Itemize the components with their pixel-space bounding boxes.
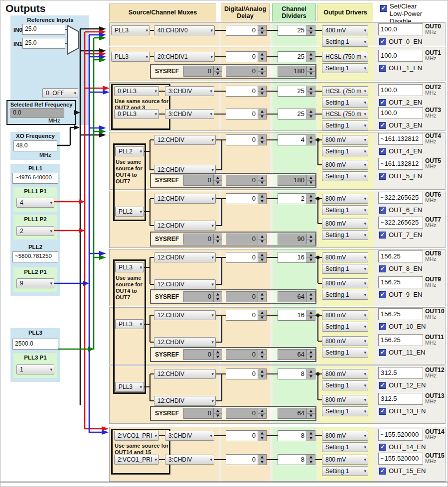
out8-en-checkbox[interactable]	[379, 265, 386, 272]
out5-setting-select[interactable]: Setting 1	[322, 171, 368, 181]
out7-en-checkbox[interactable]	[379, 232, 386, 239]
out2-setting-select[interactable]: Setting 1	[322, 98, 368, 108]
out12-delay-spinner[interactable]: 0	[226, 368, 267, 379]
ref-mux-select[interactable]: 0: OFF	[42, 88, 78, 98]
out13-chdiv-select[interactable]: 12:CHDIV	[154, 396, 216, 406]
out2-freq-field[interactable]: 100.0	[378, 84, 423, 96]
pll3-freq-field[interactable]: 2500.0	[12, 339, 58, 350]
out12-setting-select[interactable]: Setting 1	[322, 380, 368, 390]
out5-en-checkbox[interactable]	[379, 173, 386, 180]
out14-source-select[interactable]: 2:VCO1_PRI	[114, 431, 159, 441]
out0-delay-spinner[interactable]: 0	[226, 25, 267, 36]
out14-freq-field[interactable]: ~155.520000	[378, 429, 423, 441]
spinner-down-icon[interactable]	[307, 258, 315, 263]
out3-chdiv-select[interactable]: 3:CHDIV	[165, 109, 214, 119]
out4-driver-select[interactable]: 800 mV	[322, 135, 368, 145]
out3-source-select[interactable]: 0:PLL3	[114, 109, 159, 119]
spinner-down-icon[interactable]	[307, 140, 315, 145]
spinner-up-icon[interactable]	[258, 252, 266, 258]
pll1-p2-select[interactable]: 2	[16, 226, 54, 236]
out2-en-checkbox[interactable]	[379, 99, 386, 106]
out10-sysref-b-spinner[interactable]: 0	[226, 349, 267, 360]
out2-chdiv-select[interactable]: 3:CHDIV	[165, 86, 214, 96]
out6-delay-spinner[interactable]: 0	[226, 193, 267, 204]
out10-delay-spinner[interactable]: 0	[226, 310, 267, 321]
spinner-down-icon[interactable]	[307, 297, 315, 302]
spinner-down-icon[interactable]	[258, 258, 266, 263]
out1-freq-field[interactable]: 100.0	[378, 50, 423, 62]
spinner-up-icon[interactable]	[214, 234, 222, 240]
out13-freq-field[interactable]: 312.5	[378, 393, 423, 405]
spinner-down-icon[interactable]	[258, 316, 266, 321]
out4-sysref-c-spinner[interactable]: 180	[278, 175, 315, 186]
out15-freq-field[interactable]: ~155.520000	[378, 453, 423, 465]
out8-setting-select[interactable]: Setting 1	[322, 264, 368, 274]
spinner-up-icon[interactable]	[307, 292, 315, 297]
out4-sysref-a-spinner[interactable]: 0	[183, 175, 222, 186]
out3-en-checkbox[interactable]	[379, 122, 386, 129]
spinner-down-icon[interactable]	[307, 31, 315, 36]
out9-en-checkbox[interactable]	[379, 291, 386, 298]
spinner-up-icon[interactable]	[307, 52, 315, 57]
in1-field[interactable]: 25.0	[22, 38, 65, 49]
out8-driver-select[interactable]: 800 mV	[322, 252, 368, 262]
out10-setting-select[interactable]: Setting 1	[322, 322, 368, 332]
spinner-down-icon[interactable]	[307, 460, 315, 465]
spinner-down-icon[interactable]	[307, 72, 315, 77]
spinner-up-icon[interactable]	[258, 25, 266, 31]
out13-driver-select[interactable]: 800 mV	[322, 395, 368, 405]
out10-driver-select[interactable]: 800 mV	[322, 310, 368, 320]
out0-driver-select[interactable]: 400 mV	[322, 25, 368, 35]
spinner-up-icon[interactable]	[258, 175, 266, 181]
out6-divider-spinner[interactable]: 2	[278, 193, 315, 204]
spinner-down-icon[interactable]	[307, 57, 315, 62]
out2-source-select[interactable]: 0:PLL3	[114, 86, 159, 96]
spinner-up-icon[interactable]	[258, 109, 266, 115]
out1-sysref-c-spinner[interactable]: 180	[278, 66, 315, 77]
spinner-up-icon[interactable]	[307, 234, 315, 240]
out14-en-checkbox[interactable]	[379, 444, 386, 451]
out0-chdiv-select[interactable]: 40:CHDIV0	[154, 25, 215, 35]
out10-en-checkbox[interactable]	[379, 323, 386, 330]
spinner-up-icon[interactable]	[307, 175, 315, 181]
out1-delay-spinner[interactable]: 0	[226, 51, 267, 62]
out6-freq-field[interactable]: ~322.265625	[378, 192, 423, 204]
out3-divider-spinner[interactable]: 25	[278, 109, 315, 120]
out4-setting-select[interactable]: Setting 1	[322, 146, 368, 156]
out4-en-checkbox[interactable]	[379, 148, 386, 155]
out0-divider-spinner[interactable]: 25	[278, 25, 315, 36]
out1-en-checkbox[interactable]	[379, 65, 386, 72]
spinner-up-icon[interactable]	[258, 292, 266, 297]
spinner-down-icon[interactable]	[258, 31, 266, 36]
out12-sysref-b-spinner[interactable]: 0	[226, 408, 267, 419]
out3-freq-field[interactable]: 100.0	[378, 107, 423, 119]
spinner-down-icon[interactable]	[258, 297, 266, 302]
out14-setting-select[interactable]: Setting 1	[322, 442, 368, 452]
out7-driver-select[interactable]: 800 mV	[322, 219, 368, 229]
out3-delay-spinner[interactable]: 0	[226, 109, 267, 120]
spinner-up-icon[interactable]	[258, 52, 266, 57]
spinner-up-icon[interactable]	[258, 408, 266, 414]
out15-driver-select[interactable]: 800 mV	[322, 455, 368, 465]
spinner-up-icon[interactable]	[307, 66, 315, 72]
out13-en-checkbox[interactable]	[379, 408, 386, 415]
out1-source-select[interactable]: PLL3	[111, 52, 150, 62]
out7-setting-select[interactable]: Setting 1	[322, 230, 368, 240]
out10-sysref-a-spinner[interactable]: 0	[183, 349, 222, 360]
spinner-up-icon[interactable]	[258, 310, 266, 316]
spinner-down-icon[interactable]	[258, 72, 266, 77]
spinner-down-icon[interactable]	[307, 436, 315, 441]
out0-source-select[interactable]: PLL3	[111, 25, 150, 35]
out4-sysref-b-spinner[interactable]: 0	[226, 175, 267, 186]
spinner-up-icon[interactable]	[307, 194, 315, 199]
out9-setting-select[interactable]: Setting 1	[322, 290, 368, 300]
low-power-checkbox[interactable]	[380, 5, 387, 12]
out6-driver-select[interactable]: 800 mV	[322, 194, 368, 204]
spinner-down-icon[interactable]	[214, 181, 222, 186]
out8-sysref-b-spinner[interactable]: 0	[226, 291, 267, 302]
pll1-freq-field[interactable]: ~4976.640000	[12, 173, 58, 184]
out10-freq-field[interactable]: 156.25	[378, 308, 423, 320]
out15-setting-select[interactable]: Setting 1	[322, 466, 368, 476]
spinner-up-icon[interactable]	[258, 66, 266, 72]
spinner-up-icon[interactable]	[214, 175, 222, 181]
